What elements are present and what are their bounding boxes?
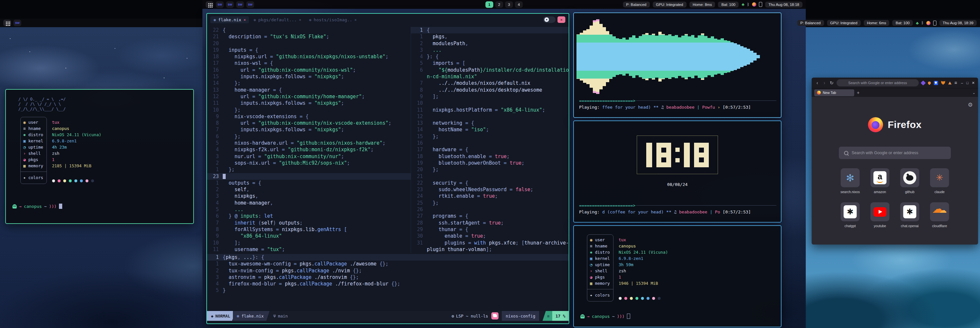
extension-icon-purple[interactable]: [921, 80, 926, 86]
code-line: 12: [411, 113, 569, 120]
workspace-button-4[interactable]: 4: [515, 1, 523, 8]
maximize-button[interactable]: □: [966, 81, 969, 85]
launcher-button[interactable]: [3, 20, 11, 26]
buffer-iso-image[interactable]: 1{1 pkgs,2 modulesPath,3 ...4}: {5 impor…: [411, 27, 569, 253]
folder-icon: [491, 312, 498, 320]
pin-toggle-button[interactable]: [543, 16, 555, 23]
workspace-button-3[interactable]: 3: [505, 1, 513, 8]
editor-tab-hosts-isoImag-[interactable]: ✻hosts/isoImag..✕: [306, 16, 360, 23]
fetch-value-memory: 2185 | 15394 MiB: [52, 163, 102, 169]
close-button[interactable]: ✕: [972, 81, 975, 85]
list-tabs-button[interactable]: ⌄: [972, 91, 975, 95]
youtube-icon: [873, 207, 887, 217]
status-pill: GPU: Integrated: [827, 20, 861, 26]
palette-icon: ✦: [590, 292, 592, 298]
tab-new-tab[interactable]: New Tab: [814, 89, 854, 96]
speed-dial-youtube[interactable]: youtube: [870, 202, 890, 228]
forward-button[interactable]: ›: [822, 80, 827, 86]
visualizer-bar: [655, 36, 659, 77]
new-tab-button[interactable]: +: [857, 90, 859, 95]
visualizer-bar: [684, 34, 688, 79]
url-bar[interactable]: Search with Google or enter address: [837, 79, 919, 86]
fetch-label-row: ◔uptime: [23, 144, 43, 150]
fetch-value-kernel: 6.9.8-zen1: [619, 255, 668, 261]
tab-label: pkgs/default...: [258, 17, 297, 22]
speed-dial-chatgpt[interactable]: chatgpt: [840, 202, 861, 228]
code-line: 8 forAllSystems = nixpkgs.lib.genAttrs [: [207, 226, 411, 233]
speed-dial-github[interactable]: github: [900, 168, 920, 194]
terminal-window-clock[interactable]: 08/08/24 =====================> Playing:…: [573, 120, 781, 223]
speed-dial-claude[interactable]: claude: [929, 168, 950, 194]
window-close-button[interactable]: ✕: [557, 16, 565, 23]
clock-date: 08/08/24: [574, 182, 781, 187]
speed-dial-cloudflare[interactable]: cloudflare: [929, 202, 950, 228]
speed-dial-amazon[interactable]: amazon: [870, 168, 890, 194]
code-line: 1{pkgs, ...}: {: [207, 254, 569, 261]
minimize-button[interactable]: –: [961, 81, 963, 85]
search-input[interactable]: Search with Google or enter address: [839, 147, 951, 159]
back-button[interactable]: ‹: [815, 80, 819, 86]
hname-icon: ≡: [23, 125, 26, 132]
visualizer-bar: [596, 19, 600, 94]
firefox-toolbar: ‹ › ↻ Search with Google or enter addres…: [811, 78, 978, 88]
buffer-flake-nix[interactable]: 22{21 description = "tux's NixOS Flake";…: [207, 27, 411, 253]
extension-icon-orange[interactable]: [927, 81, 932, 85]
fetch-value-hname: canopus: [619, 243, 668, 249]
now-playing: Playing: ffee for your head) ** ♫ beabad…: [579, 105, 776, 110]
workspace-button-2[interactable]: 2: [495, 1, 503, 8]
open-window-icon[interactable]: $W: [216, 1, 224, 8]
flask-extension-icon[interactable]: [948, 81, 951, 84]
shell-icon: ›: [23, 150, 26, 157]
speed-dial-search-nixos[interactable]: search.nixos: [840, 168, 861, 194]
menu-button[interactable]: ≡: [955, 80, 957, 86]
open-window-icon[interactable]: $W: [236, 1, 244, 8]
fetch-value-kernel: 6.9.8-zen1: [52, 138, 102, 144]
tab-close-icon[interactable]: ✕: [355, 18, 357, 22]
terminal-window-fetch-right[interactable]: ◉user≡hname✱distro▣kernel◔uptime›shell◕p…: [573, 225, 781, 327]
visualizer-bar: [671, 36, 675, 77]
color-dot: [641, 297, 644, 300]
code-line: 27 programs = {: [411, 213, 569, 219]
open-window-icon[interactable]: $W: [226, 1, 234, 8]
code-line: 5 ...: [207, 206, 411, 213]
visualizer-bar: [708, 38, 711, 75]
editor-tab-flake-nix[interactable]: ✻flake.nix✕: [210, 16, 249, 23]
launcher-button[interactable]: [206, 1, 213, 8]
terminal-window-fetch-left[interactable]: / \/ O._ _/ = \ ,=// / /\ \/ /_/ \ \/_/\…: [5, 89, 194, 224]
bitwarden-icon[interactable]: [934, 81, 938, 85]
prompt-arrow: →: [587, 314, 590, 319]
tab-close-icon[interactable]: ✕: [299, 18, 301, 22]
code-line: 3 ...: [411, 47, 569, 53]
system-tray[interactable]: ♣ ᛒ: [916, 21, 936, 25]
tile-thumbnail: [930, 202, 949, 221]
fetch-value-distro: NixOS 24.11 (Vicuna): [52, 132, 102, 138]
open-window-icon[interactable]: $W: [13, 20, 21, 26]
tile-label: amazon: [874, 190, 886, 194]
editor-tab-pkgs-default-[interactable]: ✻pkgs/default...✕: [250, 16, 304, 23]
speed-dial-chat-openai[interactable]: chat.openai: [900, 202, 920, 228]
workspace-button-1[interactable]: 1: [485, 1, 493, 8]
open-window-icon[interactable]: $W: [246, 1, 254, 8]
shell-prompt[interactable]: → canopus ~ ))): [13, 204, 62, 209]
firefox-window[interactable]: ‹ › ↻ Search with Google or enter addres…: [811, 78, 978, 244]
network-icon: ♣: [916, 21, 919, 25]
progress-rest: [636, 205, 776, 206]
phone-icon: [759, 2, 762, 7]
pkgs-icon: ◕: [590, 274, 592, 280]
lsp-text: LSP ~ null-ls: [456, 314, 488, 318]
reload-button[interactable]: ↻: [829, 80, 834, 86]
claude-icon: [936, 173, 943, 183]
code-line: 15 inputs.nixpkgs.follows = "nixpkgs";: [207, 73, 411, 80]
fetch-label: memory: [595, 280, 610, 287]
terminal-window-cava[interactable]: =====================> Playing: ffee for…: [573, 13, 781, 118]
buffer-pkgs-default[interactable]: 1{pkgs, ...}: {1 tux-awesome-wm-config =…: [207, 254, 569, 294]
gpt-icon: [844, 205, 857, 218]
system-tray[interactable]: ♣ ᛒ: [741, 2, 762, 7]
code-line: 1 outputs = {: [207, 180, 411, 186]
status-pill: Bat: 100: [718, 2, 738, 8]
gear-icon[interactable]: ⚙: [968, 101, 973, 108]
metamask-icon[interactable]: [941, 81, 945, 85]
tab-close-icon[interactable]: ✕: [244, 18, 246, 22]
shell-prompt[interactable]: → canopus ~ ))): [581, 314, 630, 319]
neovim-window[interactable]: ✻flake.nix✕✻pkgs/default...✕✻hosts/isoIm…: [206, 13, 569, 324]
